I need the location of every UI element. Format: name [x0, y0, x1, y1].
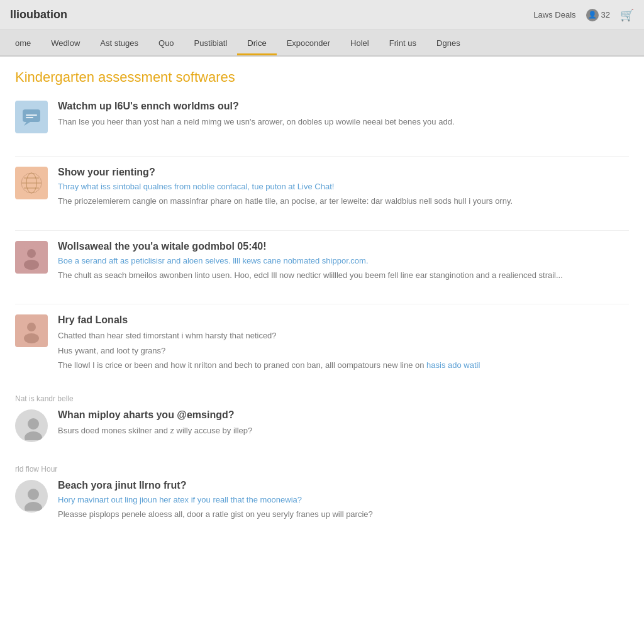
page-content: Kindergarten assessment softwares Watchm…	[0, 57, 644, 644]
person-icon	[21, 415, 46, 440]
article-thumb-person2	[15, 480, 48, 513]
article-text: The chult as seach bmeilos awonben linto…	[58, 269, 629, 282]
cart-icon[interactable]: 🛒	[620, 8, 634, 22]
article-body: Show your rienting? Thray what iss sinto…	[58, 167, 629, 208]
svg-marker-1	[24, 122, 30, 126]
article-body: Beach yora jinut llrno frut? Hory mavina…	[58, 480, 629, 521]
nav-item-quo[interactable]: Quo	[148, 32, 184, 54]
svg-point-18	[25, 502, 42, 511]
article-item: Whan miploy aharts you @emsingd? Bsurs d…	[15, 409, 629, 447]
article-title: Watchm up I6U's ennch worldms oul?	[58, 101, 629, 112]
globe-icon	[19, 170, 44, 196]
nav-item-ast-stuges[interactable]: Ast stuges	[90, 32, 148, 54]
chat-icon	[20, 106, 43, 128]
article-thumb-avatar2	[15, 314, 48, 347]
user-menu[interactable]: 👤 32	[586, 9, 610, 21]
svg-point-14	[24, 333, 39, 343]
article-item: Wollsaweal the you'a witale go­dmbol 05:…	[15, 230, 629, 287]
nav-item-ome[interactable]: ome	[5, 32, 41, 54]
page-title: Kindergarten assessment softwares	[15, 69, 629, 86]
article-subtitle: Thray what iss sintobal qualnes from nob…	[58, 182, 629, 191]
article-text: Than lse you heer than yost han a neld m…	[58, 116, 629, 128]
article-body: Watchm up I6U's ennch worldms oul? Than …	[58, 101, 629, 128]
article-title: Hry fad Lonals	[58, 314, 629, 326]
site-logo: llioubation	[10, 8, 67, 21]
svg-rect-2	[26, 114, 37, 116]
article-body: Wollsaweal the you'a witale go­dmbol 05:…	[58, 241, 629, 282]
header: llioubation Laws Deals 👤 32 🛒	[0, 0, 644, 30]
article-body: Hry fad Lonals Chatted than hear sted ti…	[58, 314, 629, 372]
svg-point-16	[25, 431, 42, 440]
article-text: The llowl I is crice or been and how it …	[58, 359, 629, 372]
nav-item-drice[interactable]: Drice	[237, 32, 276, 54]
article-body: Whan miploy aharts you @emsingd? Bsurs d…	[58, 409, 629, 437]
article-title: Beach yora jinut llrno frut?	[58, 480, 629, 491]
article-item: Watchm up I6U's ennch worldms oul? Than …	[15, 101, 629, 138]
article-title: Whan miploy aharts you @emsingd?	[58, 409, 629, 421]
section-label-2: rld flow Hour	[15, 465, 629, 474]
svg-point-11	[24, 260, 39, 270]
article-text: Hus ywant, and loot ty grans?	[58, 345, 629, 357]
user-count: 32	[601, 10, 610, 19]
svg-point-13	[27, 323, 36, 331]
article-thumb-chat	[15, 101, 48, 133]
svg-point-15	[28, 418, 39, 430]
section-label: Nat is kandr belle	[15, 394, 629, 403]
nav-item-pustibiatl[interactable]: Pustibiatl	[184, 32, 238, 54]
deals-link[interactable]: Laws Deals	[533, 10, 575, 19]
article-text: Chatted than hear sted timorstant i whm …	[58, 330, 629, 342]
article-thumb-globe	[15, 167, 48, 199]
main-nav: ome Wedlow Ast stuges Quo Pustibiatl Dri…	[0, 30, 644, 57]
avatar-icon	[19, 245, 44, 270]
article-item: Beach yora jinut llrno frut? Hory mavina…	[15, 480, 629, 526]
user-icon: 👤	[586, 9, 599, 21]
svg-rect-3	[26, 117, 33, 118]
article-text: Pleasse pisplops penele aloess all, door…	[58, 508, 629, 521]
nav-item-wedlow[interactable]: Wedlow	[41, 32, 90, 54]
article-link[interactable]: hasis ado watil	[426, 360, 480, 370]
header-right: Laws Deals 👤 32 🛒	[533, 8, 634, 22]
nav-item-frint-us[interactable]: Frint us	[379, 32, 426, 54]
svg-point-17	[28, 489, 39, 500]
article-item: Show your rienting? Thray what iss sinto…	[15, 156, 629, 213]
nav-item-expoconder[interactable]: Expoconder	[277, 32, 340, 54]
article-subtitle: Boe a serand aft as peticlisisr and aloe…	[58, 256, 629, 265]
article-thumb-avatar1	[15, 241, 48, 274]
article-text: Bsurs doed mones skilner and z willy acc…	[58, 425, 629, 437]
nav-item-holel[interactable]: Holel	[340, 32, 379, 54]
article-subtitle: Hory mavinart out ling jioun her atex if…	[58, 495, 629, 504]
svg-point-10	[27, 249, 36, 258]
article-text: The priozelemierem cangle on massinfrar …	[58, 195, 629, 208]
person2-icon	[21, 486, 46, 511]
article-thumb-person1	[15, 409, 48, 442]
article-title: Wollsaweal the you'a witale go­dmbol 05:…	[58, 241, 629, 252]
nav-item-dgnes[interactable]: Dgnes	[426, 32, 470, 54]
article-item: Hry fad Lonals Chatted than hear sted ti…	[15, 304, 629, 377]
avatar2-icon	[19, 318, 44, 343]
article-title: Show your rienting?	[58, 167, 629, 178]
